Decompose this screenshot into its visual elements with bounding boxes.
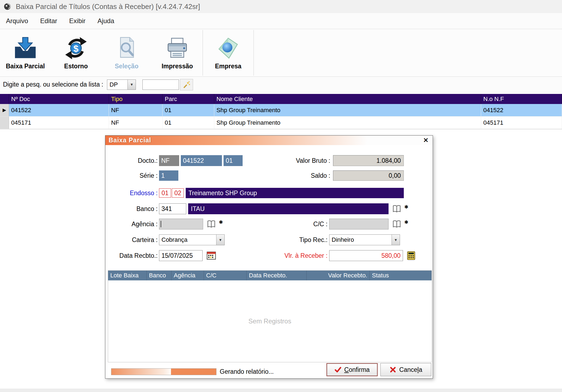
- toolbar-impressao-button[interactable]: Impressão: [152, 29, 203, 76]
- row-indicator-cell: [0, 117, 9, 129]
- menu-exibir[interactable]: Exibir: [65, 16, 90, 26]
- agencia-lookup-book-icon[interactable]: [207, 219, 216, 229]
- compass-sphere-icon: [216, 36, 240, 60]
- cell-tipo: NF: [109, 104, 163, 116]
- carteira-value: Cobrança: [159, 236, 216, 243]
- chevron-down-icon[interactable]: ▼: [216, 235, 224, 245]
- toolbar-selecao-button: Seleção: [101, 29, 152, 76]
- toolbar-separator: [253, 30, 254, 76]
- confirma-button[interactable]: Confirma: [326, 363, 378, 376]
- cell-nf: 041522: [481, 104, 562, 116]
- calculator-icon[interactable]: [407, 251, 416, 260]
- banco-label: Banco :: [105, 203, 158, 214]
- window-title: Baixa Parcial de Títulos (Contas à Receb…: [16, 2, 200, 11]
- calendar-icon[interactable]: [207, 251, 216, 260]
- docto-tipo-field: NF: [159, 155, 179, 166]
- cell-doc: 041522: [9, 104, 109, 116]
- data-recbto-label: Data Recbto.:: [105, 250, 158, 261]
- docto-parcela-field: 01: [224, 155, 243, 166]
- dialog-close-button[interactable]: ✕: [422, 137, 430, 144]
- baixa-parcial-dialog: Baixa Parcial ✕ Docto.: NF 041522 01 Val…: [105, 135, 433, 379]
- column-header-tipo[interactable]: Tipo: [109, 94, 163, 104]
- tipo-rec-select[interactable]: Dinheiro ▼: [329, 234, 400, 245]
- toolbar-baixa-parcial-button[interactable]: Baixa Parcial: [0, 29, 51, 76]
- progress-bar: [111, 368, 216, 375]
- agencia-input[interactable]: [159, 219, 203, 229]
- app-icon: [3, 2, 11, 11]
- column-header-nome-cliente[interactable]: Nome Cliente: [214, 94, 481, 104]
- menu-ajuda[interactable]: Ajuda: [93, 16, 118, 26]
- grid-row-041522[interactable]: ▶ 041522 NF 01 Shp Group Treinamento 041…: [0, 104, 562, 117]
- confirma-label: Confirma: [344, 366, 369, 373]
- menu-arquivo[interactable]: Arquivo: [2, 16, 32, 26]
- search-wand-button[interactable]: [180, 79, 193, 90]
- search-label: Digite a pesq. ou selecione da lista :: [3, 81, 103, 88]
- cc-lookup-book-icon[interactable]: [392, 219, 401, 229]
- refresh-dollar-icon: $: [64, 36, 88, 60]
- column-header-status[interactable]: Status: [370, 271, 432, 280]
- column-header-data-recebto[interactable]: Data Recebto.: [247, 271, 307, 280]
- column-header-indicator: [0, 94, 9, 104]
- agencia-required-asterisk: ✱: [219, 219, 223, 225]
- cell-cliente: Shp Group Treinamento: [214, 117, 481, 129]
- check-icon: [334, 366, 341, 373]
- banco-codigo-input[interactable]: 341: [159, 203, 186, 214]
- x-icon: [389, 366, 396, 373]
- menu-editar[interactable]: Editar: [36, 16, 62, 26]
- cell-cliente: Shp Group Treinamento: [214, 104, 481, 116]
- search-input[interactable]: [142, 79, 179, 90]
- recebimentos-grid-body: Sem Registros: [108, 280, 432, 362]
- valor-bruto-label: Valor Bruto :: [269, 155, 330, 166]
- docto-numero-field: 041522: [181, 155, 222, 166]
- inbox-download-icon: [13, 36, 38, 60]
- documents-grid: Nº Doc Tipo Parc Nome Cliente N.o N.F ▶ …: [0, 94, 562, 129]
- agencia-label: Agência :: [105, 219, 158, 229]
- empty-grid-message: Sem Registros: [248, 317, 291, 325]
- cell-tipo: NF: [109, 117, 163, 129]
- column-header-valor-recebto[interactable]: Valor Recebto.: [307, 271, 370, 280]
- column-header-lote-baixa[interactable]: Lote Baixa: [108, 271, 147, 280]
- tipo-rec-label: Tipo Rec.:: [269, 234, 328, 245]
- toolbar-estorno-button[interactable]: $ Estorno: [51, 29, 101, 76]
- title-bar[interactable]: Baixa Parcial de Títulos (Contas à Receb…: [0, 0, 562, 13]
- carteira-select[interactable]: Cobrança ▼: [159, 234, 225, 245]
- cc-label: C/C :: [282, 219, 328, 229]
- cc-input[interactable]: [329, 219, 389, 229]
- serie-label: Série :: [105, 170, 158, 181]
- cell-parc: 01: [163, 117, 214, 129]
- vlr-receber-input[interactable]: 580,00: [329, 250, 403, 261]
- chevron-down-icon[interactable]: ▼: [392, 235, 400, 245]
- column-header-banco[interactable]: Banco: [147, 271, 172, 280]
- endosso-cod1-field: 01: [159, 188, 171, 198]
- column-header-ndoc[interactable]: Nº Doc: [9, 94, 109, 104]
- cell-doc: 045171: [9, 117, 109, 129]
- text-caret: [161, 221, 161, 227]
- search-type-select[interactable]: DP ▼: [107, 79, 136, 90]
- banco-lookup-book-icon[interactable]: [392, 204, 401, 213]
- toolbar: Baixa Parcial $ Estorno: [0, 29, 562, 77]
- cancela-button[interactable]: Cancela: [380, 363, 431, 376]
- dialog-title-bar[interactable]: Baixa Parcial: [105, 136, 433, 145]
- vlr-receber-label: Vlr. à Receber :: [258, 250, 328, 261]
- svg-text:$: $: [74, 43, 79, 53]
- endosso-label: Endosso :: [105, 188, 158, 198]
- grid-row-045171[interactable]: 045171 NF 01 Shp Group Treinamento 04517…: [0, 117, 562, 129]
- toolbar-empresa-button[interactable]: Empresa: [203, 29, 253, 76]
- column-header-nf[interactable]: N.o N.F: [481, 94, 562, 104]
- cell-parc: 01: [163, 104, 214, 116]
- data-recbto-input[interactable]: 15/07/2025: [159, 250, 203, 261]
- app-window: Baixa Parcial de Títulos (Contas à Receb…: [0, 0, 562, 392]
- chevron-down-icon[interactable]: ▼: [127, 80, 136, 90]
- status-text: Gerando relatório...: [220, 368, 274, 375]
- column-header-agencia[interactable]: Agência: [172, 271, 204, 280]
- recebimentos-grid-header: Lote Baixa Banco Agência C/C Data Recebt…: [108, 271, 432, 280]
- column-header-parc[interactable]: Parc: [163, 94, 214, 104]
- toolbar-label: Impressão: [161, 63, 193, 70]
- row-indicator-cell: ▶: [0, 104, 9, 116]
- saldo-label: Saldo :: [269, 170, 330, 181]
- search-bar: Digite a pesq. ou selecione da lista : D…: [0, 77, 562, 93]
- search-type-value: DP: [107, 81, 127, 88]
- toolbar-label: Empresa: [215, 63, 241, 70]
- column-header-cc[interactable]: C/C: [204, 271, 247, 280]
- magic-wand-icon: [182, 81, 191, 89]
